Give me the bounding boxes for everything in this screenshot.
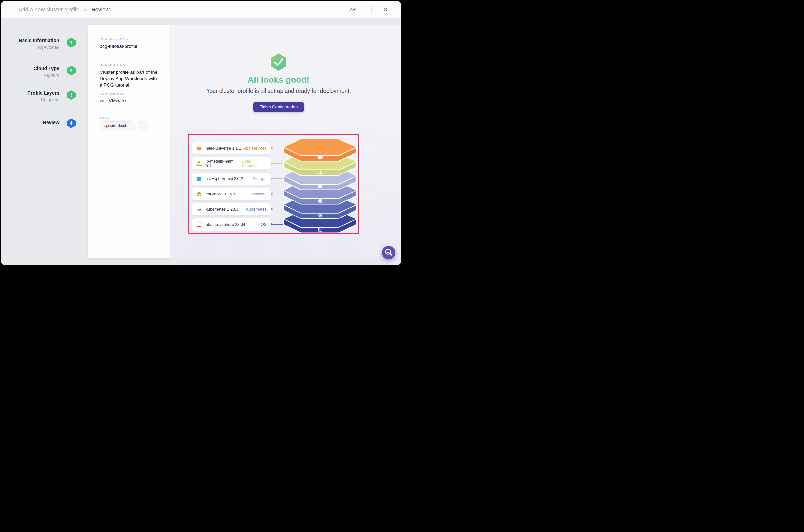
layer-card-network[interactable]: cni-calico 3.26.3 Network	[192, 188, 271, 200]
folder-open-icon	[196, 146, 202, 151]
environment-value: VMware	[109, 98, 126, 103]
layer-card-storage[interactable]: csi-vsphere-csi 3.0.2 Storage	[192, 173, 271, 185]
layer-name: ubuntu-vsphere 22.04	[206, 222, 245, 227]
profile-summary-panel: PROFILE NAME pcg-tutorial-profile DESCRI…	[88, 25, 170, 258]
header-actions: API ✕	[350, 5, 401, 14]
tag-overflow-pill[interactable]: …	[138, 121, 149, 130]
finish-configuration-button[interactable]: Finish Configuration	[253, 102, 304, 112]
success-title: All looks good!	[248, 75, 309, 84]
breadcrumb: Add a new cluster profile > Review	[19, 6, 110, 13]
layer-name: csi-vsphere-csi 3.0.2	[206, 176, 243, 181]
check-hexagon-icon	[269, 51, 288, 73]
success-hero: All looks good! Your cluster profile is …	[170, 25, 387, 112]
breadcrumb-current: Review	[91, 6, 109, 13]
os-window-icon	[196, 222, 202, 227]
wizard-sidebar: Basic Information pcg-tutorial- 1 Cloud …	[1, 18, 88, 265]
layer-name: cni-calico 3.26.3	[206, 192, 235, 196]
profile-layers-diagram: hello-universe 1.1.1 App services lb-met…	[188, 134, 360, 234]
tag-pill[interactable]: spectro-cloud-…	[100, 121, 135, 130]
layer-type: Kubernetes	[246, 207, 267, 212]
layer-card-kubernetes[interactable]: kubernetes 1.28.3 Kubernetes	[192, 203, 271, 215]
layer-name: hello-universe 1.1.1	[206, 146, 241, 151]
step-subtitle: vsphere	[5, 73, 59, 78]
layer-name: kubernetes 1.28.3	[206, 207, 238, 212]
hard-drive-icon	[196, 176, 202, 182]
breadcrumb-parent: Add a new cluster profile	[19, 6, 79, 13]
content-area: Basic Information pcg-tutorial- 1 Cloud …	[1, 18, 401, 265]
api-button[interactable]: API	[350, 7, 357, 12]
step-subtitle: pcg-tutorial-	[5, 45, 59, 50]
layer-card-load-balancer[interactable]: lb-metallb-helm 0.1… Load balancer	[192, 157, 271, 170]
step-connector-line	[71, 18, 72, 263]
header: Add a new cluster profile > Review API ✕	[1, 1, 401, 18]
palette-app-window: Add a new cluster profile > Review API ✕…	[1, 1, 401, 265]
profile-name-value: pcg-tutorial-profile	[100, 43, 164, 50]
success-message: Your cluster profile is all set up and r…	[206, 88, 351, 94]
environment-label: ENVIRONMENT	[100, 92, 164, 96]
step-badge-2: 2	[67, 65, 76, 75]
step-badge-1: 1	[67, 38, 76, 48]
step-title: Cloud Type	[5, 65, 59, 71]
description-label: DESCRIPTION	[100, 63, 164, 66]
step-subtitle: Complete	[5, 97, 59, 102]
tags-label: TAGS	[100, 116, 164, 119]
step-title: Basic Information	[5, 38, 59, 43]
search-icon	[382, 246, 395, 259]
description-value: Cluster profile as part of the Deploy Ap…	[100, 69, 159, 88]
breadcrumb-separator: >	[84, 7, 87, 12]
stack-layer-app-services	[284, 139, 357, 161]
profile-name-label: PROFILE NAME	[100, 37, 164, 41]
kubernetes-wheel-icon	[196, 207, 202, 212]
layer-name: lb-metallb-helm 0.1…	[206, 159, 242, 168]
search-fab-button[interactable]	[382, 246, 395, 259]
layer-type: Load balancer	[242, 159, 267, 168]
layer-stack-3d	[282, 137, 360, 234]
globe-icon	[196, 191, 202, 197]
sitemap-icon	[196, 161, 202, 166]
review-main-area: All looks good! Your cluster profile is …	[170, 25, 401, 258]
layer-card-app-services[interactable]: hello-universe 1.1.1 App services	[192, 142, 271, 154]
step-title: Profile Layers	[5, 90, 59, 96]
step-badge-4: 4	[67, 118, 76, 128]
close-icon[interactable]: ✕	[382, 6, 389, 14]
vmware-logo-icon: vm	[100, 98, 106, 103]
step-title: Review	[5, 120, 59, 126]
step-badge-3: 3	[67, 90, 76, 100]
layer-card-os[interactable]: ubuntu-vsphere 22.04 OS	[192, 218, 271, 231]
layer-type: Storage	[252, 176, 267, 181]
layer-type: App services	[244, 146, 267, 151]
layer-type: OS	[261, 222, 267, 227]
layer-type: Network	[252, 192, 267, 196]
